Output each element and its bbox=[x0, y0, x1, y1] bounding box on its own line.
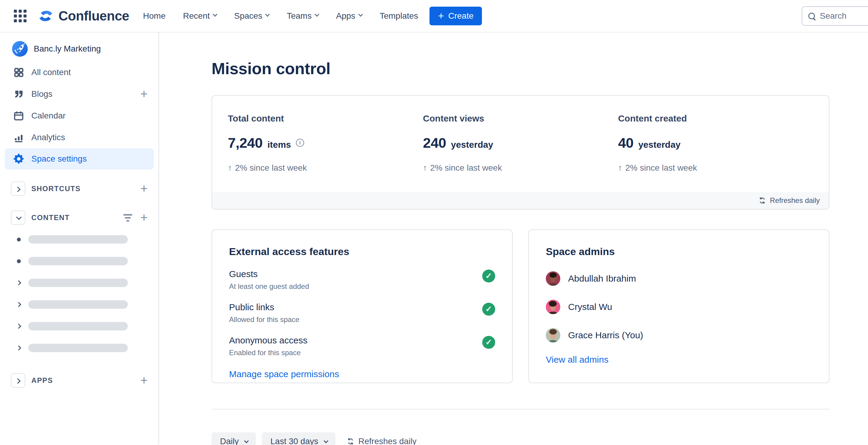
sidebar-skeleton-row bbox=[0, 272, 158, 294]
space-header[interactable]: Banc.ly Marketing bbox=[0, 40, 158, 57]
nav-apps[interactable]: Apps bbox=[336, 11, 362, 21]
nav-spaces[interactable]: Spaces bbox=[234, 11, 269, 21]
date-range-dropdown[interactable]: Last 30 days bbox=[262, 432, 336, 445]
refresh-icon bbox=[346, 437, 355, 445]
main-content: Mission control Total content 7,240 item… bbox=[159, 33, 830, 444]
sidebar-skeleton-row bbox=[0, 229, 158, 250]
chevron-right-icon bbox=[15, 186, 20, 192]
nav-home[interactable]: Home bbox=[143, 11, 166, 21]
check-circle-icon: ✓ bbox=[482, 336, 495, 349]
loading-placeholder-bar bbox=[28, 278, 128, 287]
sidebar-section-content: CONTENT + bbox=[0, 207, 158, 229]
chevron-right-icon bbox=[15, 378, 20, 384]
admin-row[interactable]: Grace Harris (You) bbox=[546, 328, 812, 343]
bullet-icon bbox=[17, 259, 21, 263]
view-all-admins-link[interactable]: View all admins bbox=[546, 355, 609, 365]
admin-row[interactable]: Crystal Wu bbox=[546, 300, 812, 314]
manage-permissions-link[interactable]: Manage space permissions bbox=[229, 369, 339, 379]
section-divider bbox=[212, 409, 830, 409]
space-sidebar: Banc.ly Marketing All content Blogs + bbox=[0, 33, 159, 444]
bullet-icon bbox=[17, 238, 21, 241]
search-icon bbox=[808, 13, 815, 19]
expand-shortcuts-button[interactable] bbox=[11, 181, 25, 196]
loading-placeholder-bar bbox=[28, 344, 128, 352]
refresh-icon bbox=[758, 196, 767, 205]
chevron-right-icon[interactable] bbox=[16, 324, 22, 329]
chevron-right-icon[interactable] bbox=[16, 346, 22, 351]
space-avatar-rocket-icon bbox=[12, 41, 28, 57]
avatar bbox=[546, 271, 560, 286]
stats-footer: Refreshes daily bbox=[212, 192, 829, 209]
collapse-content-button[interactable] bbox=[11, 210, 25, 225]
check-circle-icon: ✓ bbox=[482, 270, 495, 283]
filter-icon[interactable] bbox=[123, 214, 132, 221]
avatar bbox=[546, 300, 560, 314]
sidebar-item-blogs[interactable]: Blogs + bbox=[0, 83, 158, 105]
refresh-note: Refreshes daily bbox=[770, 196, 820, 205]
sidebar-item-space-settings[interactable]: Space settings bbox=[5, 148, 154, 170]
add-shortcut-icon[interactable]: + bbox=[140, 182, 148, 195]
loading-placeholder-bar bbox=[28, 235, 128, 244]
gear-icon bbox=[12, 153, 25, 165]
primary-nav: Home Recent Spaces Teams Apps Templates bbox=[143, 11, 418, 21]
feature-anonymous-access: Anonymous access Enabled for this space … bbox=[229, 335, 495, 357]
chevron-right-icon[interactable] bbox=[16, 280, 22, 286]
admin-row[interactable]: Abdullah Ibrahim bbox=[546, 271, 812, 286]
calendar-icon bbox=[12, 110, 25, 121]
chevron-down-icon bbox=[244, 438, 249, 443]
chevron-down-icon bbox=[265, 12, 270, 17]
confluence-logo[interactable]: Confluence bbox=[37, 7, 129, 24]
arrow-up-icon: ↑ bbox=[618, 163, 622, 173]
bar-chart-icon bbox=[12, 132, 25, 143]
granularity-dropdown[interactable]: Daily bbox=[212, 432, 256, 445]
sidebar-item-calendar[interactable]: Calendar bbox=[0, 105, 158, 127]
avatar bbox=[546, 328, 560, 343]
search-box[interactable] bbox=[802, 6, 868, 26]
space-name: Banc.ly Marketing bbox=[34, 44, 101, 54]
chevron-right-icon[interactable] bbox=[16, 302, 22, 307]
add-content-icon[interactable]: + bbox=[140, 211, 148, 224]
chevron-down-icon bbox=[16, 214, 22, 220]
sidebar-skeleton-row bbox=[0, 250, 158, 272]
arrow-up-icon: ↑ bbox=[423, 163, 427, 173]
sidebar-item-all-content[interactable]: All content bbox=[0, 61, 158, 83]
info-icon[interactable]: i bbox=[296, 139, 304, 147]
confluence-mark-icon bbox=[37, 7, 54, 24]
plus-icon: + bbox=[438, 10, 444, 21]
chevron-down-icon bbox=[213, 12, 218, 17]
top-navigation: Confluence Home Recent Spaces Teams Apps… bbox=[0, 0, 868, 33]
create-button[interactable]: + Create bbox=[430, 7, 482, 25]
stat-content-created: Content created 40 yesterday ↑2% since l… bbox=[618, 113, 813, 173]
app-switcher-icon[interactable] bbox=[12, 8, 28, 24]
sidebar-section-apps: APPS + bbox=[0, 369, 158, 391]
expand-apps-button[interactable] bbox=[11, 373, 25, 388]
quote-icon bbox=[12, 89, 25, 99]
chart-controls: Daily Last 30 days Refreshes daily bbox=[212, 432, 830, 445]
nav-recent[interactable]: Recent bbox=[183, 11, 217, 21]
chevron-down-icon bbox=[358, 12, 363, 17]
sidebar-item-analytics[interactable]: Analytics bbox=[0, 127, 158, 148]
grid-icon bbox=[12, 67, 25, 78]
sidebar-skeleton-row bbox=[0, 294, 158, 315]
space-admins-card: Space admins Abdullah Ibrahim Crystal Wu… bbox=[528, 230, 830, 383]
page-title: Mission control bbox=[212, 59, 830, 78]
logo-wordmark: Confluence bbox=[59, 8, 129, 24]
search-input[interactable] bbox=[820, 11, 868, 21]
stats-card: Total content 7,240 items i ↑2% since la… bbox=[212, 95, 830, 210]
loading-placeholder-bar bbox=[28, 300, 128, 309]
feature-public-links: Public links Allowed for this space ✓ bbox=[229, 302, 495, 324]
nav-teams[interactable]: Teams bbox=[287, 11, 318, 21]
loading-placeholder-bar bbox=[28, 257, 128, 265]
stat-total-content: Total content 7,240 items i ↑2% since la… bbox=[228, 113, 423, 173]
add-blog-icon[interactable]: + bbox=[140, 88, 148, 100]
chevron-down-icon bbox=[324, 438, 329, 443]
refresh-note-bottom: Refreshes daily bbox=[346, 437, 416, 445]
arrow-up-icon: ↑ bbox=[228, 163, 232, 173]
external-access-card: External access features Guests At least… bbox=[212, 230, 513, 383]
add-app-icon[interactable]: + bbox=[140, 374, 148, 387]
feature-guests: Guests At least one guest added ✓ bbox=[229, 269, 495, 291]
sidebar-skeleton-row bbox=[0, 337, 158, 359]
sidebar-skeleton-row bbox=[0, 315, 158, 337]
chevron-down-icon bbox=[315, 12, 319, 17]
nav-templates[interactable]: Templates bbox=[380, 11, 418, 21]
